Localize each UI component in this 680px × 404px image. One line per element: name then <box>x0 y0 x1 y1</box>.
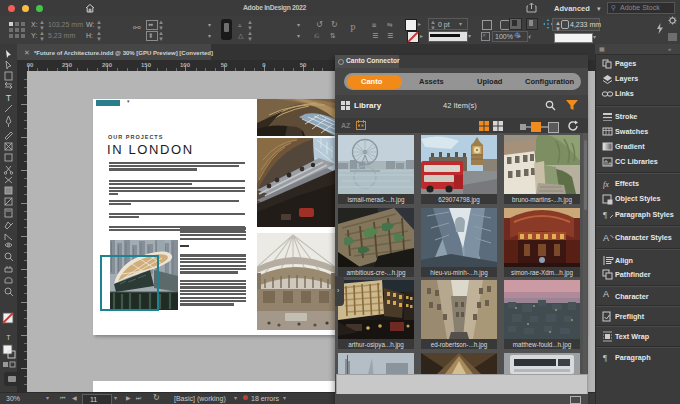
svg-text:150: 150 <box>141 62 152 68</box>
svg-text:A: A <box>603 289 609 299</box>
svg-text:T: T <box>6 334 11 341</box>
svg-text:50: 50 <box>221 62 228 68</box>
svg-text:100: 100 <box>180 62 191 68</box>
svg-text:50: 50 <box>300 62 307 68</box>
svg-text:0: 0 <box>262 62 266 68</box>
svg-text:200: 200 <box>102 62 113 68</box>
svg-text:A: A <box>603 233 609 243</box>
svg-text:T: T <box>6 93 12 103</box>
svg-text:fx: fx <box>603 180 609 189</box>
svg-text:¶: ¶ <box>603 353 607 363</box>
svg-text:250: 250 <box>62 62 73 68</box>
svg-text:00: 00 <box>27 62 34 68</box>
svg-text:¶: ¶ <box>603 210 607 220</box>
